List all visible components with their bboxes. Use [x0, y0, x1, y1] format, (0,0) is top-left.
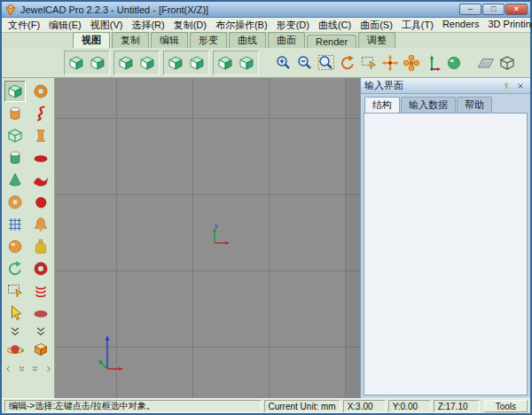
tool-cursor-icon[interactable] — [4, 302, 26, 324]
tool-blob-icon[interactable] — [30, 192, 51, 213]
title-bar: JewelCAD Pro 2.2.3 - Untitled - [Front(X… — [2, 2, 530, 18]
grid-plane-icon[interactable] — [475, 52, 497, 74]
tool-curve-s-icon[interactable] — [30, 103, 51, 124]
select-window-icon[interactable] — [358, 52, 379, 74]
menu-item-9[interactable]: 曲面(S) — [356, 18, 397, 33]
minimize-button[interactable]: – — [459, 4, 481, 15]
menu-item-8[interactable]: 曲线(C) — [314, 18, 356, 33]
view-back-icon[interactable] — [87, 52, 108, 74]
ribbon-tab-Render[interactable]: Render — [307, 35, 356, 48]
tool-select-rect-icon[interactable] — [4, 280, 26, 301]
view-top-icon[interactable] — [115, 52, 137, 74]
scroll-more-1-icon[interactable] — [16, 363, 27, 374]
main-area: y 输入界面 结构输入数据帮助 — [2, 78, 530, 398]
viewport-front-xz[interactable]: y — [55, 78, 360, 398]
menu-item-10[interactable]: 工具(T) — [397, 18, 438, 33]
tools-button[interactable]: Tools — [484, 400, 528, 412]
view-right-icon[interactable] — [186, 52, 207, 74]
transform-gizmo-icon[interactable] — [401, 52, 422, 74]
window-title: JewelCAD Pro 2.2.3 - Untitled - [Front(X… — [20, 3, 456, 17]
scroll-down-col2-icon[interactable] — [30, 325, 51, 337]
close-panel-icon[interactable] — [514, 80, 527, 92]
wireframe-cube-icon[interactable] — [497, 52, 518, 74]
tool-lathe-icon[interactable] — [30, 302, 51, 324]
maximize-button[interactable]: □ — [482, 4, 505, 15]
menu-item-7[interactable]: 形变(D) — [272, 18, 314, 33]
view-left-icon[interactable] — [165, 52, 186, 74]
ribbon-tab-复制[interactable]: 复制 — [112, 32, 149, 48]
ribbon-tab-曲面[interactable]: 曲面 — [268, 32, 305, 48]
close-button[interactable]: × — [505, 4, 528, 15]
view-front-icon[interactable] — [66, 52, 87, 74]
sidebar-tool-grid — [4, 81, 51, 324]
tool-torus-orange-icon[interactable] — [30, 81, 51, 102]
menu-item-5[interactable]: 复制(D) — [169, 18, 211, 33]
view-cube-group-3 — [163, 51, 209, 75]
input-panel-tabs: 结构输入数据帮助 — [361, 94, 530, 113]
tool-ring-red-icon[interactable] — [30, 258, 51, 279]
panel-tab-结构[interactable]: 结构 — [364, 97, 400, 113]
input-panel: 输入界面 结构输入数据帮助 — [360, 78, 530, 398]
tool-sphere-icon[interactable] — [4, 236, 26, 257]
menu-item-12[interactable]: 3D Printing — [483, 18, 532, 33]
pin-panel-icon[interactable] — [500, 80, 512, 92]
shaded-view-icon[interactable] — [443, 52, 465, 74]
menu-item-11[interactable]: Renders — [438, 18, 484, 33]
input-panel-header[interactable]: 输入界面 — [361, 78, 530, 94]
tool-ring-icon[interactable] — [4, 192, 26, 213]
input-panel-body[interactable] — [364, 113, 528, 395]
scroll-more-2-icon[interactable] — [29, 363, 41, 374]
origin-axis-icon: y — [207, 222, 231, 247]
zoom-out-icon[interactable] — [294, 52, 316, 74]
tool-surface-wave-icon[interactable] — [30, 169, 51, 191]
tool-cube-icon[interactable] — [4, 81, 26, 102]
axis-toggle-icon[interactable] — [422, 52, 443, 74]
tool-disc-red-icon[interactable] — [30, 147, 51, 168]
menu-item-4[interactable]: 选择(R) — [127, 18, 168, 33]
tool-spring-icon[interactable] — [30, 280, 51, 301]
panel-tab-输入数据[interactable]: 输入数据 — [401, 97, 456, 113]
tool-bell-icon[interactable] — [30, 214, 51, 235]
panel-tab-帮助[interactable]: 帮助 — [457, 97, 492, 113]
rotate-view-icon[interactable] — [337, 52, 358, 74]
unit-value: mm — [321, 402, 336, 411]
ribbon-tab-编辑[interactable]: 编辑 — [151, 32, 188, 48]
menu-item-1[interactable]: 文件(F) — [4, 18, 44, 33]
view-bottom-icon[interactable] — [137, 52, 158, 74]
tool-box-orange-icon[interactable] — [30, 339, 51, 360]
tool-orbit-sphere-icon[interactable] — [4, 339, 26, 360]
tool-bottle-icon[interactable] — [30, 236, 51, 257]
menu-item-6[interactable]: 布尔操作(B) — [211, 18, 272, 33]
app-window: JewelCAD Pro 2.2.3 - Untitled - [Front(X… — [0, 0, 532, 415]
menu-item-3[interactable]: 视图(V) — [86, 18, 128, 33]
sidebar-scroll-row — [4, 325, 51, 337]
status-unit-cell: Current Unit: mm — [264, 400, 340, 412]
tool-cylinder-orange-icon[interactable] — [4, 103, 26, 124]
tool-cup-icon[interactable] — [30, 125, 51, 146]
ribbon-tab-曲线[interactable]: 曲线 — [229, 32, 266, 48]
zoom-window-icon[interactable] — [316, 52, 337, 74]
tool-rotate-icon[interactable] — [4, 258, 26, 279]
viewport-shade — [346, 78, 360, 398]
view-perspective-icon[interactable] — [215, 52, 236, 74]
status-y-coordinate: Y:0.00 — [388, 400, 431, 412]
ribbon-tab-row: 视图复制编辑形变曲线曲面Render调整 — [2, 33, 530, 48]
status-x-coordinate: X:3.00 — [343, 400, 386, 412]
view-isometric-icon[interactable] — [236, 52, 257, 74]
status-message: 编辑->选择:左键点击/拉框选中对象。 — [4, 400, 262, 412]
tool-cone-icon[interactable] — [4, 169, 26, 191]
view-cube-group-1 — [64, 51, 110, 75]
tool-cylinder-green-icon[interactable] — [4, 147, 26, 168]
tool-grid-plane-icon[interactable] — [4, 214, 26, 235]
pan-view-icon[interactable] — [379, 52, 401, 74]
scroll-down-col1-icon[interactable] — [4, 325, 26, 337]
menu-items: 文件(F)编辑(E)视图(V)选择(R)复制(D)布尔操作(B)形变(D)曲线(… — [4, 18, 532, 33]
ribbon-tab-调整[interactable]: 调整 — [358, 32, 395, 48]
menu-item-2[interactable]: 编辑(E) — [44, 18, 86, 33]
zoom-in-icon[interactable] — [273, 52, 294, 74]
tool-cube-wire-icon[interactable] — [4, 125, 26, 146]
scroll-left-icon[interactable] — [3, 363, 14, 374]
ribbon-tab-形变[interactable]: 形变 — [190, 32, 227, 48]
scroll-right-icon[interactable] — [43, 363, 54, 374]
ribbon-tab-视图[interactable]: 视图 — [73, 32, 110, 48]
